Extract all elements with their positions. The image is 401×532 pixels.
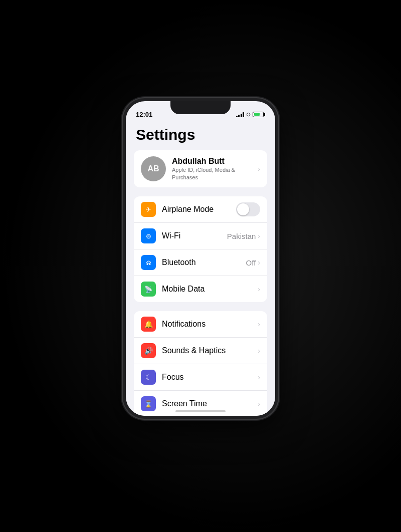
phone-screen: 12:01 ⊜ Settings: [126, 101, 275, 416]
battery-icon: [253, 112, 265, 117]
bluetooth-chevron: ›: [258, 258, 260, 267]
phone-device: 12:01 ⊜ Settings: [123, 98, 278, 419]
bluetooth-icon: ⍾: [141, 255, 156, 270]
focus-chevron: ›: [258, 373, 260, 381]
sounds-row[interactable]: 🔊 Sounds & Haptics ›: [134, 338, 267, 364]
connectivity-group: ✈ Airplane Mode ⊜ Wi-Fi Pakistan ›: [134, 196, 267, 302]
airplane-mode-label: Airplane Mode: [162, 205, 236, 214]
screen-content: Settings AB Abdullah Butt Apple ID, iClo…: [126, 122, 275, 416]
screen-time-icon: ⌛: [141, 396, 156, 411]
airplane-mode-row[interactable]: ✈ Airplane Mode: [134, 196, 267, 223]
wifi-icon: ⊜: [141, 228, 156, 243]
screen-time-label: Screen Time: [162, 399, 258, 408]
page-title: Settings: [136, 126, 267, 143]
focus-row[interactable]: ☾ Focus ›: [134, 364, 267, 391]
sounds-chevron: ›: [258, 347, 260, 355]
bluetooth-row[interactable]: ⍾ Bluetooth Off ›: [134, 249, 267, 276]
notifications-row[interactable]: 🔔 Notifications ›: [134, 311, 267, 338]
wifi-row[interactable]: ⊜ Wi-Fi Pakistan ›: [134, 223, 267, 249]
wifi-label: Wi-Fi: [162, 231, 227, 240]
focus-icon: ☾: [141, 370, 156, 385]
mobile-data-chevron: ›: [258, 285, 260, 293]
wifi-status-icon: ⊜: [246, 111, 251, 118]
profile-name: Abdullah Butt: [172, 157, 258, 166]
notifications-icon: 🔔: [141, 317, 156, 332]
sounds-label: Sounds & Haptics: [162, 346, 258, 355]
airplane-mode-icon: ✈: [141, 202, 156, 217]
bluetooth-label: Bluetooth: [162, 258, 246, 267]
mobile-data-row[interactable]: 📡 Mobile Data ›: [134, 276, 267, 302]
mobile-data-icon: 📡: [141, 282, 156, 297]
notifications-chevron: ›: [258, 320, 260, 328]
sounds-icon: 🔊: [141, 343, 156, 358]
avatar: AB: [141, 156, 166, 181]
profile-chevron: ›: [258, 165, 260, 173]
notch: [170, 101, 231, 114]
notifications-group: 🔔 Notifications › 🔊 Sounds & Haptics ›: [134, 311, 267, 416]
signal-icon: [236, 112, 245, 117]
profile-card[interactable]: AB Abdullah Butt Apple ID, iCloud, Media…: [134, 150, 267, 187]
mobile-data-label: Mobile Data: [162, 285, 258, 294]
status-icons: ⊜: [236, 111, 266, 118]
profile-subtitle: Apple ID, iCloud, Media & Purchases: [172, 166, 258, 181]
status-time: 12:01: [136, 111, 152, 118]
screen-time-chevron: ›: [258, 400, 260, 408]
notifications-label: Notifications: [162, 320, 258, 329]
wifi-value: Pakistan: [227, 232, 256, 240]
wifi-chevron: ›: [258, 232, 260, 240]
airplane-mode-toggle[interactable]: [236, 202, 260, 216]
home-indicator: [175, 410, 226, 412]
profile-info: Abdullah Butt Apple ID, iCloud, Media & …: [172, 157, 258, 181]
focus-label: Focus: [162, 373, 258, 382]
bluetooth-value: Off: [246, 258, 256, 267]
